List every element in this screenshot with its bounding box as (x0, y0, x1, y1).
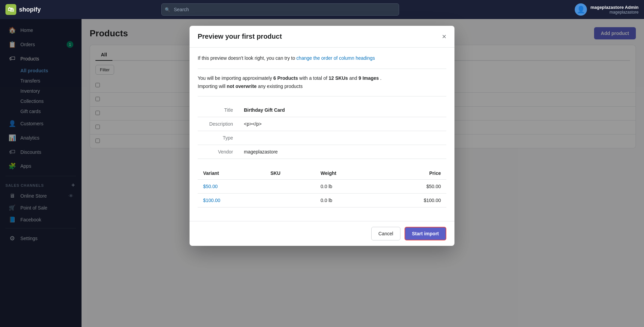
field-value-type (238, 131, 446, 145)
search-bar-container (161, 3, 399, 16)
modal-close-button[interactable]: × (442, 33, 446, 40)
start-import-button[interactable]: Start import (405, 227, 446, 240)
modal-overlay: Preview your first product × If this pre… (0, 19, 644, 327)
user-area: 👤 mageplazastore Admin mageplazastore (575, 3, 639, 16)
modal: Preview your first product × If this pre… (190, 26, 454, 246)
variants-col-variant: Variant (198, 167, 265, 180)
modal-title: Preview your first product (198, 33, 282, 40)
variants-col-price: Price (379, 167, 446, 180)
user-store: mageplazastore (590, 10, 639, 15)
user-info: mageplazastore Admin mageplazastore (590, 5, 639, 15)
field-label-description: Description (198, 117, 238, 131)
info-text-prefix: If this preview doesn't look right, you … (198, 55, 295, 61)
product-field-row: Description <p></p> (198, 117, 446, 131)
product-field-row: Vendor mageplazastore (198, 145, 446, 159)
weight-value-1: 0.0 lb (315, 179, 379, 193)
logo-area: 🛍 shopify (5, 4, 73, 15)
variants-col-weight: Weight (315, 167, 379, 180)
modal-footer: Cancel Start import (190, 221, 454, 246)
top-nav: 🛍 shopify 👤 mageplazastore Admin magepla… (0, 0, 644, 19)
field-label-title: Title (198, 103, 238, 117)
field-value-title: Birthday Gift Card (238, 103, 446, 117)
sku-value-1 (265, 179, 315, 193)
variant-row: $50.00 0.0 lb $50.00 (198, 179, 446, 193)
price-value-1: $50.00 (379, 179, 446, 193)
price-value-2: $100.00 (379, 193, 446, 207)
field-label-type: Type (198, 131, 238, 145)
modal-header: Preview your first product × (190, 26, 454, 48)
product-field-row: Title Birthday Gift Card (198, 103, 446, 117)
variants-table: Variant SKU Weight Price $50.00 0.0 lb $… (198, 167, 446, 207)
shopify-logo-icon: 🛍 (5, 4, 16, 15)
avatar: 👤 (575, 3, 587, 16)
search-input[interactable] (161, 3, 399, 16)
import-summary: You will be importing approximately 6 Pr… (198, 69, 446, 96)
weight-value-2: 0.0 lb (315, 193, 379, 207)
modal-body: If this preview doesn't look right, you … (190, 48, 454, 221)
app-name: shopify (19, 6, 41, 13)
modal-info-text: If this preview doesn't look right, you … (198, 54, 446, 62)
user-name: mageplazastore Admin (590, 5, 639, 10)
field-label-vendor: Vendor (198, 145, 238, 159)
product-details-table: Title Birthday Gift Card Description <p>… (198, 103, 446, 159)
field-value-vendor: mageplazastore (238, 145, 446, 159)
variant-value-2: $100.00 (198, 193, 265, 207)
variant-row: $100.00 0.0 lb $100.00 (198, 193, 446, 207)
variant-value-1: $50.00 (198, 179, 265, 193)
sku-value-2 (265, 193, 315, 207)
search-wrapper (161, 3, 399, 16)
product-field-row: Type (198, 131, 446, 145)
cancel-button[interactable]: Cancel (371, 227, 400, 240)
field-value-description: <p></p> (238, 117, 446, 131)
column-order-link[interactable]: change the order of column headings (297, 55, 375, 61)
variants-col-sku: SKU (265, 167, 315, 180)
